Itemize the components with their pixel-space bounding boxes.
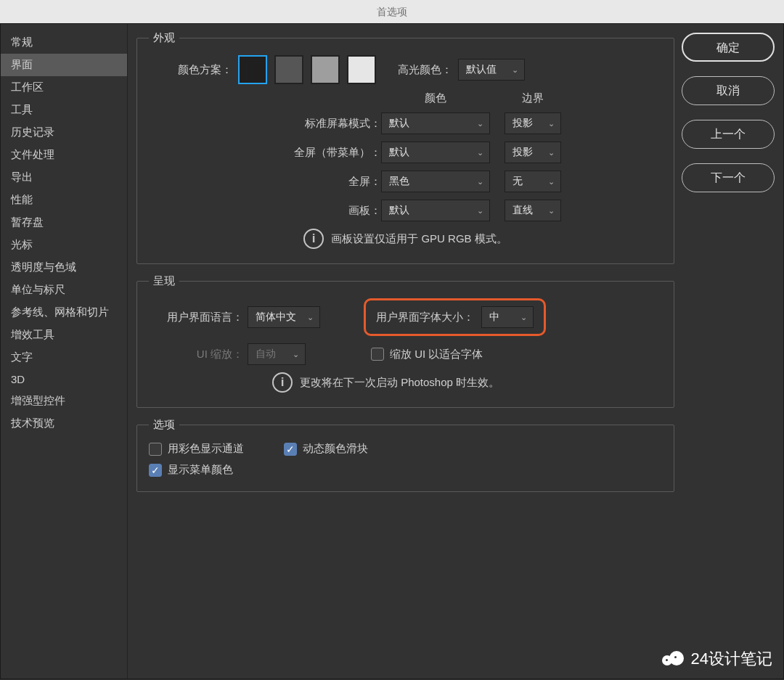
- ui-language-dropdown[interactable]: 简体中文⌄: [248, 306, 320, 328]
- cancel-button[interactable]: 取消: [682, 76, 775, 105]
- sidebar-item-units[interactable]: 单位与标尺: [1, 279, 127, 301]
- chevron-down-icon: ⌄: [548, 119, 555, 128]
- content-area: 外观 颜色方案： 高光颜色： 默认值 ⌄ 颜色 边界: [128, 24, 682, 679]
- fullmenu-border-dropdown[interactable]: 投影⌄: [505, 142, 561, 163]
- ui-font-size-value: 中: [489, 311, 499, 324]
- chevron-down-icon: ⌄: [477, 177, 483, 187]
- dynamic-sliders-label: 动态颜色滑块: [303, 442, 368, 456]
- chevron-down-icon: ⌄: [548, 148, 555, 157]
- highlight-color-dropdown[interactable]: 默认值 ⌄: [458, 59, 525, 81]
- sidebar-item-export[interactable]: 导出: [1, 166, 127, 189]
- ui-scaling-value: 自动: [256, 348, 276, 361]
- color-channels-label: 用彩色显示通道: [168, 442, 284, 456]
- color-channels-checkbox[interactable]: [149, 443, 162, 456]
- chevron-down-icon: ⌄: [293, 350, 299, 359]
- standard-border-dropdown[interactable]: 投影⌄: [505, 112, 561, 134]
- presentation-group: 呈现 用户界面语言： 简体中文⌄ 用户界面字体大小： 中⌄ UI 缩放： 自动⌄…: [136, 274, 674, 408]
- fullmenu-border-value: 投影: [513, 146, 533, 159]
- sidebar-item-plugins[interactable]: 增效工具: [1, 324, 127, 346]
- info-icon: i: [303, 229, 324, 249]
- standard-border-value: 投影: [513, 117, 533, 130]
- sidebar-item-transparency[interactable]: 透明度与色域: [1, 256, 127, 279]
- chevron-down-icon: ⌄: [307, 313, 314, 322]
- fullscreen-border-value: 无: [513, 175, 523, 188]
- artboard-color-dropdown[interactable]: 默认⌄: [381, 200, 490, 221]
- next-button[interactable]: 下一个: [682, 163, 775, 192]
- sidebar-item-enhanced[interactable]: 增强型控件: [1, 390, 127, 412]
- scale-to-fit-label: 缩放 UI 以适合字体: [390, 348, 483, 361]
- sidebar-item-tools[interactable]: 工具: [1, 99, 127, 121]
- ui-font-size-label: 用户界面字体大小：: [376, 311, 474, 324]
- sidebar-item-type[interactable]: 文字: [1, 346, 127, 369]
- sidebar-item-workspace[interactable]: 工作区: [1, 76, 127, 99]
- sidebar-item-interface[interactable]: 界面: [1, 54, 127, 76]
- chevron-down-icon: ⌄: [548, 206, 555, 216]
- fullmenu-color-value: 默认: [389, 146, 409, 159]
- sidebar: 常规 界面 工作区 工具 历史记录 文件处理 导出 性能 暂存盘 光标 透明度与…: [1, 24, 128, 679]
- options-legend: 选项: [149, 418, 179, 432]
- color-column-header: 颜色: [381, 91, 490, 105]
- fullscreen-border-dropdown[interactable]: 无⌄: [505, 171, 561, 192]
- sidebar-item-guides[interactable]: 参考线、网格和切片: [1, 301, 127, 324]
- fullmenu-color-dropdown[interactable]: 默认⌄: [381, 142, 490, 163]
- sidebar-item-general[interactable]: 常规: [1, 31, 127, 54]
- show-menu-colors-label: 显示菜单颜色: [168, 463, 233, 477]
- presentation-legend: 呈现: [149, 274, 179, 288]
- fullmenu-mode-label: 全屏（带菜单）：: [149, 146, 381, 160]
- sidebar-item-preview[interactable]: 技术预览: [1, 412, 127, 435]
- sidebar-item-3d[interactable]: 3D: [1, 369, 127, 390]
- watermark-text: 24设计笔记: [691, 648, 772, 670]
- wechat-icon: [662, 648, 684, 670]
- chevron-down-icon: ⌄: [477, 206, 483, 216]
- highlight-color-value: 默认值: [466, 63, 497, 76]
- chevron-down-icon: ⌄: [520, 313, 527, 322]
- chevron-down-icon: ⌄: [548, 177, 555, 187]
- ui-scaling-dropdown[interactable]: 自动⌄: [248, 343, 306, 365]
- chevron-down-icon: ⌄: [477, 148, 483, 157]
- sidebar-item-scratch[interactable]: 暂存盘: [1, 211, 127, 234]
- preferences-frame: 常规 界面 工作区 工具 历史记录 文件处理 导出 性能 暂存盘 光标 透明度与…: [0, 23, 784, 679]
- scale-to-fit-checkbox[interactable]: [371, 348, 384, 361]
- font-size-highlight: 用户界面字体大小： 中⌄: [364, 298, 546, 336]
- fullscreen-mode-label: 全屏：: [149, 175, 381, 189]
- swatch-dark[interactable]: [274, 55, 303, 84]
- dynamic-sliders-checkbox[interactable]: ✓: [284, 443, 297, 456]
- appearance-legend: 外观: [149, 31, 179, 45]
- ok-button[interactable]: 确定: [682, 33, 775, 62]
- sidebar-item-history[interactable]: 历史记录: [1, 121, 127, 144]
- sidebar-item-performance[interactable]: 性能: [1, 189, 127, 211]
- border-column-header: 边界: [505, 91, 561, 105]
- show-menu-colors-checkbox[interactable]: ✓: [149, 464, 162, 477]
- info-icon: i: [272, 372, 293, 393]
- color-scheme-label: 颜色方案：: [149, 63, 232, 77]
- standard-mode-label: 标准屏幕模式：: [149, 117, 381, 131]
- artboard-border-value: 直线: [513, 204, 533, 217]
- chevron-down-icon: ⌄: [477, 119, 483, 128]
- window-title: 首选项: [0, 0, 784, 23]
- ui-font-size-dropdown[interactable]: 中⌄: [481, 306, 534, 328]
- sidebar-item-file-handling[interactable]: 文件处理: [1, 144, 127, 166]
- presentation-note: 更改将在下一次启动 Photoshop 时生效。: [300, 376, 499, 390]
- highlight-color-label: 高光颜色：: [398, 63, 452, 77]
- fullscreen-color-value: 黑色: [389, 175, 409, 188]
- artboard-mode-label: 画板：: [149, 204, 381, 218]
- standard-color-value: 默认: [389, 117, 409, 130]
- chevron-down-icon: ⌄: [512, 65, 518, 75]
- sidebar-item-cursors[interactable]: 光标: [1, 234, 127, 256]
- watermark: 24设计笔记: [662, 648, 772, 670]
- color-scheme-swatches: [238, 55, 376, 84]
- ui-scaling-label: UI 缩放：: [149, 348, 243, 361]
- artboard-border-dropdown[interactable]: 直线⌄: [505, 200, 561, 221]
- artboard-color-value: 默认: [389, 204, 409, 217]
- swatch-light[interactable]: [311, 55, 340, 84]
- swatch-darkest[interactable]: [238, 55, 267, 84]
- artboard-note: 画板设置仅适用于 GPU RGB 模式。: [331, 232, 507, 246]
- ui-language-label: 用户界面语言：: [149, 311, 243, 324]
- swatch-lightest[interactable]: [347, 55, 376, 84]
- options-group: 选项 用彩色显示通道 ✓ 动态颜色滑块 ✓ 显示菜单颜色: [136, 418, 674, 492]
- action-buttons: 确定 取消 上一个 下一个: [682, 24, 783, 679]
- standard-color-dropdown[interactable]: 默认⌄: [381, 112, 490, 134]
- prev-button[interactable]: 上一个: [682, 120, 775, 149]
- appearance-group: 外观 颜色方案： 高光颜色： 默认值 ⌄ 颜色 边界: [136, 31, 674, 264]
- fullscreen-color-dropdown[interactable]: 黑色⌄: [381, 171, 490, 192]
